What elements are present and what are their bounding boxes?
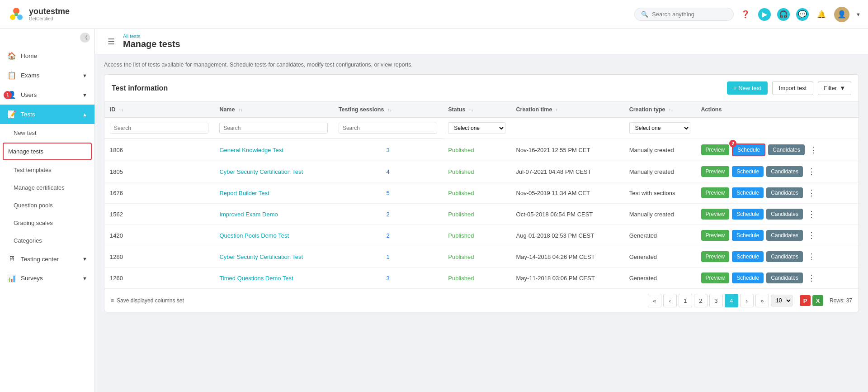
candidates-button[interactable]: Candidates	[766, 230, 803, 241]
col-status[interactable]: Status ↑↓	[443, 102, 510, 118]
page-buttons: « ‹ 1 2 3 4 › » 10 20 50	[648, 294, 793, 307]
id-search-input[interactable]	[110, 123, 208, 134]
creation-type-select[interactable]: Select one	[629, 122, 690, 134]
cell-creation-type: Manually created	[624, 161, 696, 182]
test-name-link[interactable]: Improved Exam Demo	[219, 211, 278, 218]
search-box[interactable]: 🔍	[634, 8, 734, 21]
page-3-button[interactable]: 3	[709, 294, 723, 307]
save-columns-button[interactable]: ≡ Save displayed columns set	[111, 297, 645, 304]
candidates-button[interactable]: Candidates	[766, 251, 803, 262]
sessions-search-input[interactable]	[339, 123, 437, 134]
schedule-button[interactable]: Schedule	[732, 230, 764, 241]
candidates-button[interactable]: Candidates	[766, 166, 803, 177]
export-pdf-button[interactable]: P	[800, 295, 811, 306]
sidebar-item-test-templates[interactable]: Test templates	[0, 161, 94, 179]
col-creation-type[interactable]: Creation type ↑↓	[624, 102, 696, 118]
cell-actions: Preview Schedule Candidates ⋮	[696, 204, 859, 225]
preview-button[interactable]: Preview	[701, 209, 730, 220]
bell-icon[interactable]: 🔔	[815, 8, 828, 21]
more-options-button[interactable]: ⋮	[806, 208, 817, 220]
test-name-link[interactable]: Cyber Security Certification Test	[219, 253, 303, 260]
sessions-count[interactable]: 4	[386, 168, 389, 175]
candidates-button[interactable]: Candidates	[766, 187, 803, 198]
status-select[interactable]: Select one	[448, 122, 505, 134]
candidates-button[interactable]: Candidates	[768, 144, 805, 155]
import-test-button[interactable]: Import test	[772, 81, 813, 95]
main-layout: 《 🏠 Home 📋 Exams ▼ 1 👤 Users ▼ 📝 Tests ▲…	[0, 29, 868, 392]
sidebar-item-surveys[interactable]: 📊 Surveys ▼	[0, 268, 94, 288]
test-name-link[interactable]: Report Builder Test	[219, 190, 269, 196]
schedule-button[interactable]: Schedule	[732, 209, 764, 220]
col-id[interactable]: ID ↑↓	[104, 102, 214, 118]
rows-per-page-select[interactable]: 10 20 50	[771, 295, 793, 306]
last-page-button[interactable]: »	[755, 294, 769, 307]
sidebar-item-home[interactable]: 🏠 Home	[0, 46, 94, 66]
preview-button[interactable]: Preview	[701, 230, 730, 241]
new-test-button[interactable]: + New test	[727, 81, 768, 95]
user-dropdown-arrow[interactable]: ▼	[856, 12, 861, 17]
first-page-button[interactable]: «	[648, 294, 661, 307]
filter-button[interactable]: Filter ▼	[818, 81, 851, 95]
help-icon[interactable]: ❓	[739, 8, 752, 21]
chat-icon[interactable]: 💬	[796, 8, 809, 21]
preview-button[interactable]: Preview	[701, 187, 730, 198]
collapse-button[interactable]: 《	[80, 33, 90, 43]
preview-button[interactable]: Preview	[701, 251, 730, 262]
sidebar-item-manage-certificates[interactable]: Manage certificates	[0, 179, 94, 196]
play-icon[interactable]: ▶	[758, 8, 771, 21]
action-buttons: Preview Schedule Candidates ⋮	[701, 251, 853, 263]
sessions-count[interactable]: 3	[386, 147, 389, 153]
sidebar-item-manage-tests[interactable]: Manage tests	[3, 143, 92, 160]
schedule-button[interactable]: Schedule	[732, 272, 764, 283]
sessions-count[interactable]: 2	[386, 211, 389, 218]
page-4-button[interactable]: 4	[725, 294, 738, 307]
more-options-button[interactable]: ⋮	[806, 166, 817, 177]
col-name[interactable]: Name ↑↓	[214, 102, 333, 118]
more-options-button[interactable]: ⋮	[806, 272, 817, 284]
test-name-link[interactable]: Timed Questions Demo Test	[219, 275, 293, 282]
preview-button[interactable]: Preview	[701, 166, 730, 177]
preview-button[interactable]: Preview	[701, 144, 730, 155]
schedule-button[interactable]: Schedule	[732, 251, 764, 262]
page-2-button[interactable]: 2	[694, 294, 708, 307]
preview-button[interactable]: Preview	[701, 272, 730, 283]
schedule-button[interactable]: Schedule	[732, 143, 765, 156]
col-creation-time[interactable]: Creation time ↑	[511, 102, 624, 118]
topbar: youtestme GetCertified 🔍 ❓ ▶ 🎧 💬 🔔 👤 ▼	[0, 0, 868, 29]
sidebar-item-new-test[interactable]: New test	[0, 124, 94, 142]
sidebar-item-tests[interactable]: 📝 Tests ▲	[0, 105, 94, 124]
col-sessions[interactable]: Testing sessions ↑↓	[333, 102, 443, 118]
name-search-input[interactable]	[219, 123, 328, 134]
breadcrumb-link[interactable]: All tests	[123, 33, 180, 39]
avatar[interactable]: 👤	[834, 7, 849, 22]
sidebar-item-categories[interactable]: Categories	[0, 232, 94, 249]
sidebar-item-exams[interactable]: 📋 Exams ▼	[0, 66, 94, 85]
next-page-button[interactable]: ›	[740, 294, 754, 307]
candidates-button[interactable]: Candidates	[766, 209, 803, 220]
sessions-count[interactable]: 2	[386, 232, 389, 239]
page-1-button[interactable]: 1	[679, 294, 692, 307]
more-options-button[interactable]: ⋮	[806, 251, 817, 263]
sidebar-item-testing-center[interactable]: 🖥 Testing center ▼	[0, 249, 94, 268]
more-options-button[interactable]: ⋮	[806, 187, 817, 199]
sidebar-item-question-pools[interactable]: Question pools	[0, 196, 94, 214]
candidates-button[interactable]: Candidates	[766, 272, 803, 283]
export-xls-button[interactable]: X	[812, 295, 823, 306]
test-name-link[interactable]: Question Pools Demo Test	[219, 232, 289, 239]
more-options-button[interactable]: ⋮	[807, 144, 819, 156]
sessions-count[interactable]: 5	[386, 190, 389, 196]
cell-actions: Preview Schedule Candidates ⋮	[696, 268, 859, 289]
sidebar-item-users[interactable]: 1 👤 Users ▼	[0, 85, 94, 105]
search-input[interactable]	[652, 11, 724, 18]
test-name-link[interactable]: General Knowledge Test	[219, 147, 283, 153]
sessions-count[interactable]: 1	[386, 253, 389, 260]
sidebar-toggle-button[interactable]: ☰	[104, 35, 118, 48]
headset-icon[interactable]: 🎧	[777, 8, 790, 21]
test-name-link[interactable]: Cyber Security Certification Test	[219, 168, 303, 175]
sidebar-item-grading-scales[interactable]: Grading scales	[0, 214, 94, 232]
sessions-count[interactable]: 3	[386, 275, 389, 282]
schedule-button[interactable]: Schedule	[732, 187, 764, 198]
schedule-button[interactable]: Schedule	[732, 166, 764, 177]
more-options-button[interactable]: ⋮	[806, 229, 817, 241]
prev-page-button[interactable]: ‹	[663, 294, 677, 307]
